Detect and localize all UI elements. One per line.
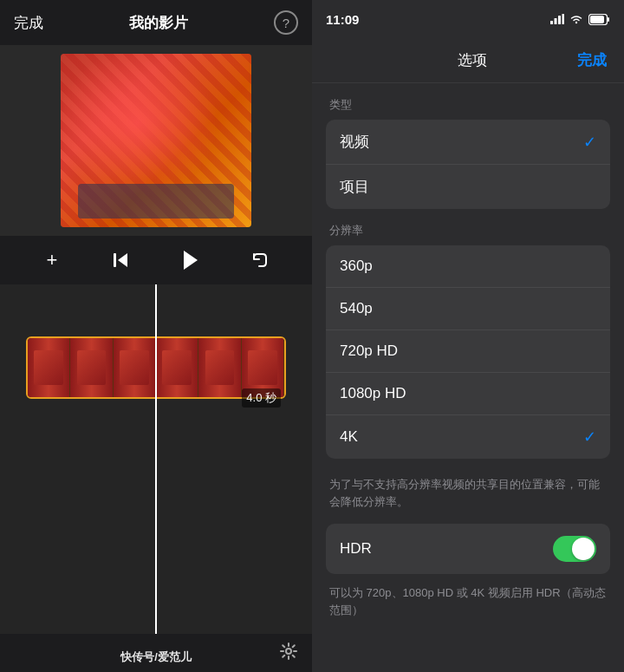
left-done-button[interactable]: 完成: [14, 13, 43, 33]
battery-icon: [588, 14, 610, 25]
svg-rect-10: [608, 17, 609, 22]
add-button[interactable]: +: [35, 243, 69, 277]
hdr-label: HDR: [340, 540, 372, 558]
wifi-icon: [569, 14, 583, 24]
right-panel: 11:09 选项 完成 类: [312, 0, 624, 672]
option-4k[interactable]: 4K ✓: [326, 415, 610, 459]
svg-point-3: [286, 649, 291, 654]
svg-rect-5: [555, 18, 557, 24]
controls-bar: +: [0, 236, 312, 284]
status-bar: 11:09: [312, 0, 624, 38]
option-4k-label: 4K: [340, 428, 358, 446]
clip-thumb-4: [156, 338, 198, 397]
clip-thumb-3: [114, 338, 156, 397]
option-video-check: ✓: [583, 133, 596, 152]
help-button[interactable]: ?: [274, 10, 298, 35]
option-360p[interactable]: 360p: [326, 245, 610, 288]
resolution-hint: 为了与不支持高分辨率视频的共享目的位置兼容，可能会降低分辨率。: [312, 473, 624, 524]
option-video[interactable]: 视频 ✓: [326, 120, 610, 165]
option-project-label: 项目: [340, 177, 369, 197]
hdr-hint: 可以为 720p、1080p HD 或 4K 视频启用 HDR（高动态范围）: [312, 581, 624, 632]
resolution-options-group: 360p 540p 720p HD 1080p HD 4K ✓: [326, 245, 610, 459]
toggle-knob: [572, 538, 595, 560]
option-video-label: 视频: [340, 132, 369, 152]
hdr-toggle[interactable]: [553, 536, 596, 562]
svg-marker-1: [118, 253, 127, 267]
clip-thumb-2: [70, 338, 113, 397]
clip-thumb-1: [28, 338, 70, 397]
option-720p[interactable]: 720p HD: [326, 330, 610, 373]
clip-duration: 4.0 秒: [242, 388, 281, 408]
preview-area: [0, 45, 312, 236]
preview-image: [61, 54, 251, 227]
timeline-area[interactable]: 4.0 秒: [0, 284, 312, 634]
play-icon: [179, 249, 202, 271]
type-section-label: 类型: [312, 97, 624, 120]
option-540p[interactable]: 540p: [326, 288, 610, 330]
status-time: 11:09: [326, 12, 359, 27]
skip-back-button[interactable]: [104, 243, 139, 277]
watermark: 快传号/爱范儿: [120, 649, 192, 665]
options-scroll[interactable]: 类型 视频 ✓ 项目 分辨率 360p 540p 720p HD 1080p H…: [312, 83, 624, 672]
gear-icon: [279, 642, 298, 661]
option-1080p[interactable]: 1080p HD: [326, 373, 610, 415]
skip-back-icon: [112, 251, 131, 270]
status-icons: [550, 14, 610, 25]
svg-rect-4: [550, 21, 553, 24]
left-panel: 完成 我的影片 ? +: [0, 0, 312, 672]
hdr-row: HDR: [326, 524, 610, 574]
option-project[interactable]: 项目: [326, 165, 610, 209]
option-1080p-label: 1080p HD: [340, 385, 406, 402]
option-540p-label: 540p: [340, 300, 373, 317]
left-header: 完成 我的影片 ?: [0, 0, 312, 45]
svg-rect-6: [558, 16, 561, 24]
undo-button[interactable]: [243, 243, 277, 277]
option-4k-check: ✓: [583, 427, 596, 447]
option-360p-label: 360p: [340, 258, 373, 275]
option-720p-label: 720p HD: [340, 343, 398, 360]
svg-rect-11: [590, 16, 604, 23]
clip-thumb-5: [198, 338, 241, 397]
play-button[interactable]: [173, 243, 208, 277]
settings-button[interactable]: [279, 642, 298, 665]
svg-rect-0: [114, 253, 116, 267]
svg-point-8: [575, 22, 577, 23]
nav-bar: 选项 完成: [312, 38, 624, 83]
timeline-playhead: [155, 284, 157, 634]
type-options-group: 视频 ✓ 项目: [326, 120, 610, 209]
nav-done-button[interactable]: 完成: [577, 50, 607, 70]
left-title: 我的影片: [129, 13, 188, 33]
svg-rect-7: [562, 14, 565, 24]
undo-icon: [250, 251, 270, 270]
nav-title: 选项: [458, 50, 487, 70]
signal-icon: [550, 14, 564, 24]
resolution-section-label: 分辨率: [312, 223, 624, 245]
svg-marker-2: [184, 251, 198, 270]
